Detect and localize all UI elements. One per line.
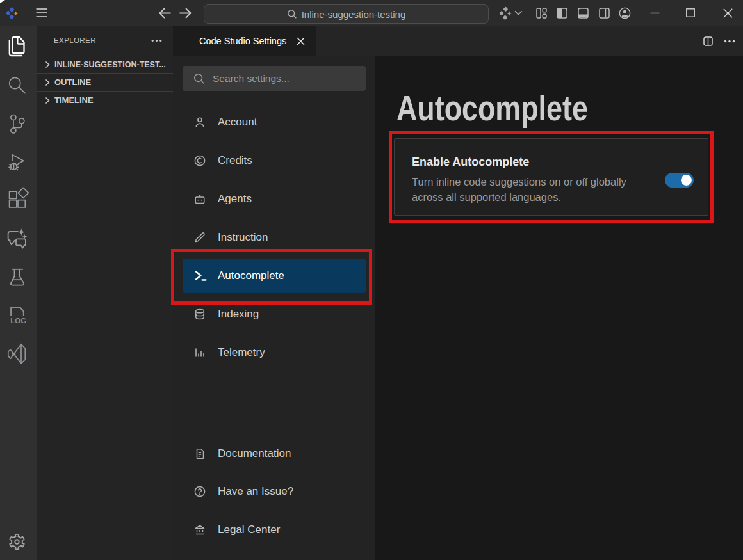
svg-text:LOG: LOG (10, 317, 26, 324)
